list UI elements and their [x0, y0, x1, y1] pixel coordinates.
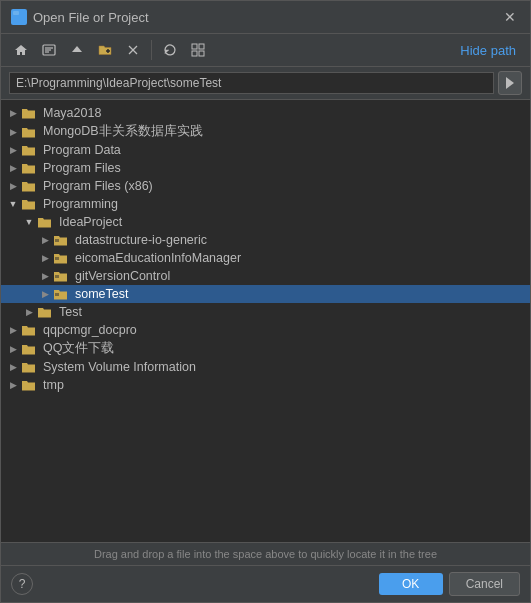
tree-item-label: Program Files (x86)	[43, 179, 153, 193]
tree-item[interactable]: ▶tmp	[1, 376, 530, 394]
folder-icon	[53, 268, 69, 284]
tree-expander[interactable]: ▼	[5, 196, 21, 212]
tree-item-label: gitVersionControl	[75, 269, 170, 283]
go-up-button[interactable]	[65, 38, 89, 62]
toggle-view-button[interactable]	[186, 38, 210, 62]
tree-item-label: Programming	[43, 197, 118, 211]
home-button[interactable]	[9, 38, 33, 62]
folder-icon	[21, 341, 37, 357]
path-go-button[interactable]	[498, 71, 522, 95]
tree-item[interactable]: ▶QQ文件下载	[1, 339, 530, 358]
folder-icon	[21, 124, 37, 140]
tree-item-label: Maya2018	[43, 106, 101, 120]
tree-expander[interactable]: ▼	[21, 214, 37, 230]
tree-item[interactable]: ▶Program Data	[1, 141, 530, 159]
tree-item[interactable]: ▶eicomaEducationInfoManager	[1, 249, 530, 267]
tree-expander[interactable]: ▶	[5, 341, 21, 357]
svg-rect-11	[199, 44, 204, 49]
folder-icon	[21, 178, 37, 194]
folder-icon	[37, 214, 53, 230]
path-bar	[1, 67, 530, 100]
tree-item-label: Program Files	[43, 161, 121, 175]
new-folder-button[interactable]	[93, 38, 117, 62]
tree-item-label: QQ文件下载	[43, 340, 114, 357]
tree-expander[interactable]: ▶	[5, 105, 21, 121]
tree-item[interactable]: ▼Programming	[1, 195, 530, 213]
folder-icon	[53, 250, 69, 266]
status-text: Drag and drop a file into the space abov…	[94, 548, 437, 560]
tree-item-label: tmp	[43, 378, 64, 392]
bottom-bar: ? OK Cancel	[1, 565, 530, 602]
tree-expander[interactable]: ▶	[5, 142, 21, 158]
recent-button[interactable]	[37, 38, 61, 62]
tree-expander[interactable]: ▶	[5, 178, 21, 194]
tree-expander[interactable]: ▶	[5, 359, 21, 375]
tree-expander[interactable]: ▶	[5, 160, 21, 176]
tree-item-label: datastructure-io-generic	[75, 233, 207, 247]
folder-icon	[37, 304, 53, 320]
tree-expander[interactable]: ▶	[5, 322, 21, 338]
folder-icon	[53, 232, 69, 248]
tree-item[interactable]: ▶datastructure-io-generic	[1, 231, 530, 249]
svg-rect-15	[55, 257, 59, 260]
tree-item-label: someTest	[75, 287, 129, 301]
svg-rect-12	[192, 51, 197, 56]
tree-item-label: Test	[59, 305, 82, 319]
folder-icon	[21, 196, 37, 212]
refresh-button[interactable]	[158, 38, 182, 62]
svg-rect-16	[55, 275, 59, 278]
cancel-button[interactable]: Cancel	[449, 572, 520, 596]
tree-expander[interactable]: ▶	[37, 268, 53, 284]
folder-icon	[21, 377, 37, 393]
tree-item[interactable]: ▶qqpcmgr_docpro	[1, 321, 530, 339]
tree-item[interactable]: ▶MongoDB非关系数据库实践	[1, 122, 530, 141]
tree-expander[interactable]: ▶	[5, 124, 21, 140]
tree-item[interactable]: ▶someTest	[1, 285, 530, 303]
tree-item-label: MongoDB非关系数据库实践	[43, 123, 203, 140]
tree-item-label: IdeaProject	[59, 215, 122, 229]
tree-item[interactable]: ▶Maya2018	[1, 104, 530, 122]
toolbar: Hide path	[1, 34, 530, 67]
tree-item-label: System Volume Information	[43, 360, 196, 374]
folder-icon	[21, 142, 37, 158]
tree-expander[interactable]: ▶	[21, 304, 37, 320]
file-tree: ▶Maya2018▶MongoDB非关系数据库实践▶Program Data▶P…	[1, 100, 530, 542]
tree-expander[interactable]: ▶	[5, 377, 21, 393]
tree-expander[interactable]: ▶	[37, 286, 53, 302]
title-bar-left: Open File or Project	[11, 9, 149, 25]
app-icon	[11, 9, 27, 25]
close-button[interactable]: ✕	[500, 7, 520, 27]
toolbar-separator	[151, 40, 152, 60]
svg-rect-13	[199, 51, 204, 56]
dialog-title: Open File or Project	[33, 10, 149, 25]
hide-path-button[interactable]: Hide path	[454, 41, 522, 60]
svg-rect-14	[55, 239, 59, 242]
folder-icon	[53, 286, 69, 302]
ok-button[interactable]: OK	[379, 573, 443, 595]
folder-icon	[21, 160, 37, 176]
svg-rect-10	[192, 44, 197, 49]
svg-rect-1	[13, 11, 19, 15]
title-bar: Open File or Project ✕	[1, 1, 530, 34]
tree-expander[interactable]: ▶	[37, 232, 53, 248]
tree-item[interactable]: ▶Test	[1, 303, 530, 321]
svg-rect-17	[55, 293, 59, 296]
tree-item-label: qqpcmgr_docpro	[43, 323, 137, 337]
tree-item-label: Program Data	[43, 143, 121, 157]
tree-item-label: eicomaEducationInfoManager	[75, 251, 241, 265]
path-input[interactable]	[9, 72, 494, 94]
folder-icon	[21, 359, 37, 375]
tree-item[interactable]: ▶Program Files	[1, 159, 530, 177]
help-button[interactable]: ?	[11, 573, 33, 595]
tree-item[interactable]: ▼IdeaProject	[1, 213, 530, 231]
tree-item[interactable]: ▶Program Files (x86)	[1, 177, 530, 195]
tree-item[interactable]: ▶System Volume Information	[1, 358, 530, 376]
tree-expander[interactable]: ▶	[37, 250, 53, 266]
folder-icon	[21, 322, 37, 338]
tree-item[interactable]: ▶gitVersionControl	[1, 267, 530, 285]
open-dialog: Open File or Project ✕	[0, 0, 531, 603]
delete-button[interactable]	[121, 38, 145, 62]
folder-icon	[21, 105, 37, 121]
status-bar: Drag and drop a file into the space abov…	[1, 542, 530, 565]
